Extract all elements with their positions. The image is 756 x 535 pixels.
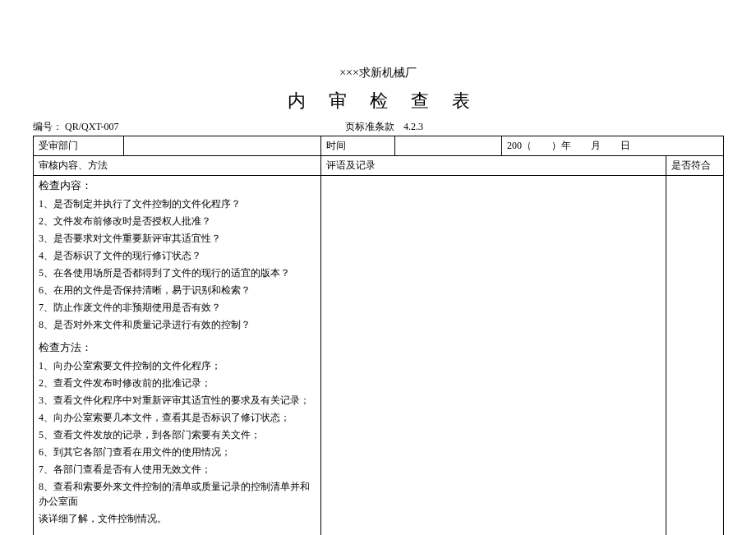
remarks-cell[interactable]: [321, 176, 666, 536]
document-title: 内审检查表: [33, 89, 723, 113]
body-row: 检查内容： 1、是否制定并执行了文件控制的文件化程序？ 2、文件发布前修改时是否…: [34, 176, 724, 536]
method-item: 3、查看文件化程序中对重新评审其适宜性的要求及有关记录；: [39, 393, 316, 408]
dept-value[interactable]: [124, 136, 321, 156]
col1-header: 审核内容、方法: [34, 156, 321, 176]
std-label: 页标准条款: [345, 121, 394, 132]
method-item: 1、向办公室索要文件控制的文件化程序；: [39, 358, 316, 373]
std-value: 4.2.3: [403, 121, 423, 132]
meta-row: 编号： QR/QXT-007 页标准条款 4.2.3: [33, 120, 723, 134]
content-item: 7、防止作废文件的非预期使用是否有效？: [39, 300, 316, 315]
method-item: 8、查看和索要外来文件控制的清单或质量记录的控制清单并和办公室面: [39, 479, 316, 509]
code-value: QR/QXT-007: [65, 121, 119, 132]
conform-cell[interactable]: [666, 176, 724, 536]
col3-header: 是否符合: [666, 156, 724, 176]
code-label: 编号：: [33, 121, 62, 132]
form-table: 受审部门 时间 200（ ）年 月 日 审核内容、方法 评语及记录 是否符合 检…: [33, 136, 724, 535]
method-item: 6、到其它各部门查看在用文件的使用情况；: [39, 445, 316, 459]
content-item: 2、文件发布前修改时是否授权人批准？: [39, 214, 316, 228]
method-section-heading: 检查方法：: [39, 340, 316, 355]
method-item: 4、向办公室索要几本文件，查看其是否标识了修订状态；: [39, 410, 316, 425]
date-cell[interactable]: 200（ ）年 月 日: [502, 136, 724, 156]
content-item: 8、是否对外来文件和质量记录进行有效的控制？: [39, 317, 316, 332]
content-method-cell: 检查内容： 1、是否制定并执行了文件控制的文件化程序？ 2、文件发布前修改时是否…: [34, 176, 321, 536]
time-label: 时间: [321, 136, 395, 156]
organization-name: ×××求新机械厂: [33, 66, 723, 81]
content-section-heading: 检查内容：: [39, 178, 316, 193]
content-item: 5、在各使用场所是否都得到了文件的现行的适宜的版本？: [39, 265, 316, 280]
content-item: 4、是否标识了文件的现行修订状态？: [39, 248, 316, 263]
header-row-1: 受审部门 时间 200（ ）年 月 日: [34, 136, 724, 156]
document-page: ×××求新机械厂 内审检查表 编号： QR/QXT-007 页标准条款 4.2.…: [33, 66, 723, 535]
content-item: 3、是否要求对文件重要新评审其适宜性？: [39, 231, 316, 246]
method-item: 谈详细了解，文件控制情况。: [39, 511, 316, 526]
content-item: 6、在用的文件是否保持清晰，易于识别和检索？: [39, 283, 316, 297]
content-items: 1、是否制定并执行了文件控制的文件化程序？ 2、文件发布前修改时是否授权人批准？…: [39, 196, 316, 332]
content-item: 1、是否制定并执行了文件控制的文件化程序？: [39, 196, 316, 211]
method-items: 1、向办公室索要文件控制的文件化程序； 2、查看文件发布时修改前的批准记录； 3…: [39, 358, 316, 526]
method-item: 7、各部门查看是否有人使用无效文件；: [39, 462, 316, 477]
method-item: 2、查看文件发布时修改前的批准记录；: [39, 376, 316, 390]
method-item: 5、查看文件发放的记录，到各部门索要有关文件；: [39, 427, 316, 442]
time-value[interactable]: [395, 136, 502, 156]
col2-header: 评语及记录: [321, 156, 666, 176]
header-row-2: 审核内容、方法 评语及记录 是否符合: [34, 156, 724, 176]
dept-label: 受审部门: [34, 136, 124, 156]
